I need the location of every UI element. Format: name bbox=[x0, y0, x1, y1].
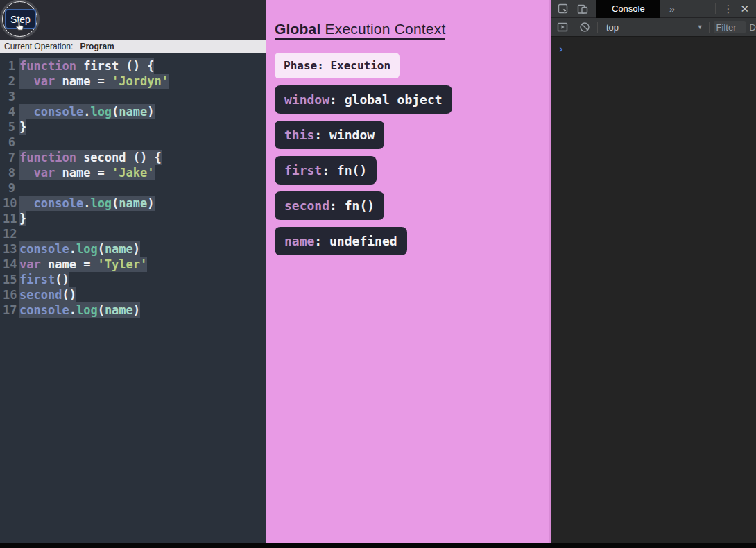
code-lines: 1function first () {2 var name = 'Jordyn… bbox=[3, 58, 266, 318]
console-prompt-icon[interactable]: › bbox=[558, 42, 565, 55]
variable-badge: name: undefined bbox=[275, 227, 407, 255]
code-token: ( bbox=[98, 242, 105, 256]
code-text: } bbox=[19, 119, 26, 135]
code-token bbox=[19, 105, 33, 119]
code-token: . bbox=[69, 303, 76, 317]
line-number: 11 bbox=[3, 211, 19, 226]
context-title-scope: Global bbox=[275, 21, 321, 37]
code-token: first bbox=[19, 273, 55, 286]
code-line: 2 var name = 'Jordyn' bbox=[3, 74, 266, 89]
line-number: 14 bbox=[3, 257, 19, 272]
code-editor[interactable]: 1function first () {2 var name = 'Jordyn… bbox=[0, 53, 266, 318]
code-token: () bbox=[55, 273, 69, 286]
variable-badge: window: global object bbox=[275, 85, 452, 114]
code-text: function second () { bbox=[19, 150, 162, 165]
line-number: 15 bbox=[3, 272, 19, 287]
code-token: name bbox=[105, 303, 133, 317]
devtools-menu-icon[interactable]: ⋮ bbox=[723, 3, 733, 14]
code-token: name bbox=[119, 105, 147, 119]
variable-value: : window bbox=[314, 128, 375, 142]
code-token: console bbox=[19, 242, 69, 256]
variable-key: first bbox=[284, 163, 322, 178]
divider bbox=[709, 22, 710, 33]
line-number: 2 bbox=[3, 74, 19, 89]
line-number: 10 bbox=[3, 196, 19, 211]
code-token: () bbox=[62, 288, 76, 302]
log-levels-dropdown[interactable]: D bbox=[750, 22, 756, 33]
code-token: var bbox=[33, 166, 55, 180]
code-token: function bbox=[19, 151, 76, 164]
context-title: Global Execution Context bbox=[275, 21, 445, 40]
current-operation-bar: Current Operation: Program bbox=[0, 40, 266, 53]
code-token: log bbox=[90, 105, 112, 119]
device-toolbar-icon[interactable] bbox=[576, 3, 588, 15]
code-text: first() bbox=[19, 272, 69, 287]
code-token: 'Tyler' bbox=[98, 257, 148, 271]
code-token: console bbox=[33, 105, 83, 119]
line-number: 6 bbox=[3, 135, 19, 150]
phase-label: Phase: bbox=[284, 59, 324, 72]
code-token: 'Jordyn' bbox=[112, 74, 169, 88]
console-filter-input[interactable] bbox=[714, 21, 746, 33]
devtools-panel: Console » ⋮ ✕ top ▼ bbox=[551, 0, 756, 543]
code-line: 17console.log(name) bbox=[3, 302, 266, 318]
variable-badge: this: window bbox=[275, 121, 384, 149]
code-line: 9 bbox=[3, 180, 266, 196]
code-line: 3 bbox=[3, 89, 266, 104]
console-sidebar-icon[interactable] bbox=[556, 22, 568, 33]
code-line: 16second() bbox=[3, 287, 266, 302]
more-tabs-icon[interactable]: » bbox=[669, 3, 675, 14]
context-select-value: top bbox=[606, 22, 619, 33]
code-token: console bbox=[33, 196, 83, 210]
close-icon[interactable]: ✕ bbox=[740, 3, 749, 14]
variable-badge: second: fn() bbox=[275, 191, 384, 220]
code-token: name = bbox=[55, 74, 112, 88]
app: Step Current Operation: Program 1functio… bbox=[0, 0, 756, 548]
code-line: 14var name = 'Tyler' bbox=[3, 257, 266, 272]
line-number: 3 bbox=[3, 89, 19, 104]
tab-console[interactable]: Console bbox=[596, 0, 660, 18]
variable-key: window bbox=[284, 92, 329, 107]
line-number: 8 bbox=[3, 165, 19, 180]
phase-value: Execution bbox=[324, 59, 390, 72]
hand-cursor-icon bbox=[14, 20, 26, 33]
phase-badge: Phase: Execution bbox=[275, 53, 400, 78]
code-line: 6 bbox=[3, 135, 266, 150]
clear-console-icon[interactable] bbox=[578, 22, 590, 33]
code-token: function bbox=[19, 59, 76, 73]
console-output[interactable]: › bbox=[551, 37, 756, 55]
variable-value: : fn() bbox=[329, 198, 375, 213]
code-line: 12 bbox=[3, 226, 266, 241]
code-token: var bbox=[19, 257, 41, 271]
divider bbox=[715, 3, 716, 14]
code-text: console.log(name) bbox=[19, 104, 155, 119]
code-token: name = bbox=[55, 166, 112, 180]
code-token: 'Jake' bbox=[112, 166, 154, 180]
line-number: 13 bbox=[3, 241, 19, 257]
code-token: name bbox=[119, 196, 147, 210]
line-number: 9 bbox=[3, 180, 19, 196]
code-token: log bbox=[90, 196, 112, 210]
code-token: ( bbox=[112, 196, 119, 210]
variable-key: name bbox=[284, 234, 314, 248]
code-token: name bbox=[105, 242, 133, 256]
code-token: name = bbox=[41, 257, 98, 271]
code-line: 1function first () { bbox=[3, 58, 266, 74]
inspect-element-icon[interactable] bbox=[557, 3, 569, 15]
variable-value: : fn() bbox=[322, 163, 367, 178]
code-token: ) bbox=[133, 303, 140, 317]
code-text: function first () { bbox=[19, 58, 154, 74]
variable-key: this bbox=[284, 128, 314, 142]
code-token: ) bbox=[147, 196, 154, 210]
code-token: ( bbox=[98, 303, 105, 317]
console-toolbar: top ▼ D bbox=[551, 18, 756, 37]
code-line: 7function second () { bbox=[3, 150, 266, 165]
javascript-context-select[interactable]: top ▼ bbox=[598, 22, 709, 33]
code-token: ( bbox=[112, 105, 119, 119]
line-number: 7 bbox=[3, 150, 19, 165]
code-text: var name = 'Jordyn' bbox=[19, 74, 169, 89]
code-token: log bbox=[76, 303, 98, 317]
variable-badge: first: fn() bbox=[275, 156, 377, 185]
line-number: 17 bbox=[3, 302, 19, 318]
code-token bbox=[19, 74, 33, 88]
